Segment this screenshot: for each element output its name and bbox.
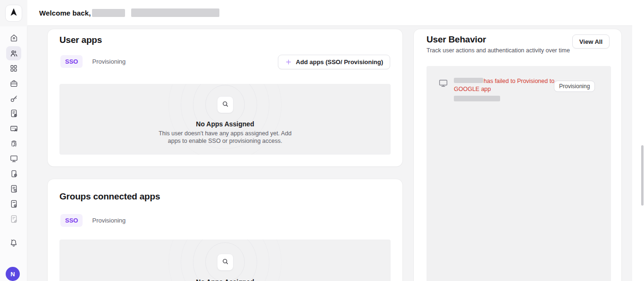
activity-message: has failed to Provisioned to GOOGLE app [454,77,557,101]
sidebar-item-users[interactable] [6,46,21,60]
sidebar-item-mobile[interactable] [6,166,21,181]
user-behavior-card: User Behavior Track user actions and aut… [414,29,621,281]
sidebar-item-home[interactable] [6,31,21,45]
redacted-timestamp [454,96,500,101]
sidebar-item-devices[interactable] [6,151,21,165]
redacted-user-name [92,9,125,17]
sidebar-item-credentials[interactable] [6,121,21,135]
tab-sso[interactable]: SSO [60,55,83,68]
fingerprint-icon [9,139,18,148]
sidebar-item-mfa[interactable] [6,136,21,150]
sidebar-item-notifications[interactable] [6,236,21,250]
user-apps-empty-state: No Apps Assigned This user doesn't have … [59,84,391,155]
search-icon-tile [217,254,234,271]
home-icon [9,33,18,42]
brand-arrow-icon [9,8,18,19]
briefcase-icon [9,79,18,88]
bell-icon [9,238,18,248]
empty-state-title: No Apps Assigned [59,120,391,128]
plus-icon [285,58,292,66]
monitor-icon [9,154,18,163]
groups-apps-empty-state: No Apps Assigned [59,240,391,281]
user-apps-tabs: SSO Provisioning [60,55,125,68]
empty-state-title: No Apps Assigned [59,278,391,281]
document-bell-icon [9,199,18,208]
search-icon-tile [217,96,234,113]
tab-provisioning[interactable]: Provisioning [92,58,125,65]
sidebar-item-apps[interactable] [6,61,21,75]
apps-grid-icon [9,64,18,73]
activity-badge: Provisioning [554,81,595,92]
empty-state-description: This user doesn't have any apps assigned… [156,130,294,145]
user-apps-card: User apps SSO Provisioning Add apps (SSO… [48,29,402,166]
users-icon [9,49,18,58]
vertical-scrollbar-thumb[interactable] [641,145,644,206]
add-apps-button-label: Add apps (SSO/ Provisioning) [296,58,383,66]
add-apps-button[interactable]: Add apps (SSO/ Provisioning) [278,55,390,69]
sidebar-item-policies[interactable] [6,106,21,120]
user-behavior-subtitle: Track user actions and authentication ac… [427,47,570,54]
document-settings-icon [9,109,18,118]
activity-row[interactable]: has failed to Provisioned to GOOGLE app … [427,66,611,101]
scrollbar-gutter [632,0,644,281]
sidebar-item-audit-logs[interactable] [6,182,21,196]
document-search-icon [9,184,18,193]
welcome-title: Welcome back, [39,9,91,17]
sidebar-item-drafts[interactable] [6,212,21,226]
search-icon [221,257,229,267]
main-content: User apps SSO Provisioning Add apps (SSO… [27,26,632,281]
groups-apps-tabs: SSO Provisioning [60,214,125,227]
sidebar-item-workspace[interactable] [6,76,21,91]
search-icon [221,100,229,110]
sidebar-item-reports[interactable] [6,197,21,211]
sidebar: N [0,0,27,281]
tab-sso[interactable]: SSO [60,214,83,227]
redacted-user-info [131,8,219,17]
brand-logo[interactable] [5,5,22,22]
user-avatar[interactable]: N [6,267,20,281]
user-behavior-panel: has failed to Provisioned to GOOGLE app … [427,66,611,281]
groups-apps-card: Groups connected apps SSO Provisioning N… [48,179,402,281]
sidebar-item-sso-keys[interactable] [6,91,21,106]
monitor-icon [438,78,448,90]
groups-apps-title: Groups connected apps [59,191,160,202]
mobile-device-icon [9,169,18,178]
avatar-initial: N [10,271,15,278]
key-icon [9,94,18,103]
document-edit-icon [9,215,18,223]
logo-area [0,0,27,26]
user-behavior-title: User Behavior [427,34,486,45]
credential-card-icon [9,124,18,133]
tab-provisioning[interactable]: Provisioning [92,217,125,224]
top-header: Welcome back, [27,0,632,26]
view-all-button[interactable]: View All [572,34,610,49]
redacted-entity-name [454,78,483,83]
user-apps-title: User apps [59,35,102,45]
